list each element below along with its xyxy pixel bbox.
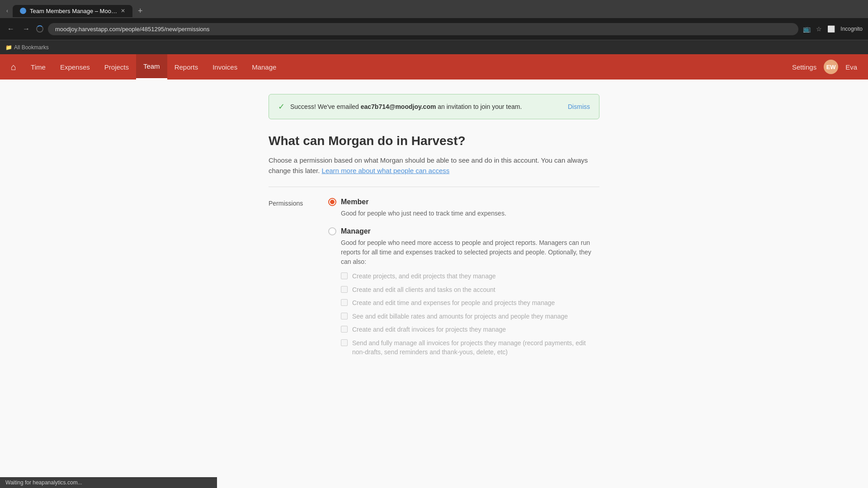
success-email: eac7b714@moodjoy.com <box>361 103 436 110</box>
home-icon[interactable]: ⌂ <box>11 62 16 72</box>
all-bookmarks-label: All Bookmarks <box>14 44 49 51</box>
divider <box>269 187 599 187</box>
checkbox-draft-invoices[interactable] <box>341 326 348 333</box>
incognito-label: Incognito <box>840 26 863 32</box>
back-button[interactable]: ← <box>5 23 16 35</box>
success-suffix: an invitation to join your team. <box>436 103 522 110</box>
tab-close-button[interactable]: ✕ <box>121 8 125 14</box>
manager-description: Good for people who need more access to … <box>341 238 599 267</box>
new-tab-button[interactable]: + <box>134 5 146 18</box>
manager-header: Manager <box>328 227 599 235</box>
checkbox-billable-rates[interactable] <box>341 313 348 319</box>
nav-right: Settings EW Eva <box>792 60 857 74</box>
checkbox-label-2: Create and edit all clients and tasks on… <box>352 286 495 295</box>
success-message: Success! We've emailed eac7b714@moodjoy.… <box>290 103 562 110</box>
nav-projects[interactable]: Projects <box>97 54 136 80</box>
manager-checkboxes: Create projects, and edit projects that … <box>341 272 599 357</box>
checkbox-label-3: Create and edit time and expenses for pe… <box>352 299 555 308</box>
profile-icon[interactable]: ⬜ <box>827 25 835 33</box>
member-radio[interactable] <box>328 198 336 206</box>
nav-reports[interactable]: Reports <box>167 54 206 80</box>
page-heading: What can Morgan do in Harvest? <box>269 134 599 148</box>
tab-arrow-left[interactable]: ‹ <box>4 6 11 16</box>
nav-team[interactable]: Team <box>136 54 167 80</box>
learn-more-link[interactable]: Learn more about what people can access <box>322 167 450 174</box>
page-description: Choose a permission based on what Morgan… <box>269 155 599 176</box>
checkbox-item-4: See and edit billable rates and amounts … <box>341 312 599 321</box>
bookmark-icon[interactable]: ☆ <box>816 25 822 33</box>
checkbox-label-5: Create and edit draft invoices for proje… <box>352 325 506 334</box>
checkbox-label-1: Create projects, and edit projects that … <box>352 272 496 281</box>
address-bar-icons: 📺 ☆ ⬜ Incognito <box>803 25 863 33</box>
manager-radio[interactable] <box>328 227 336 235</box>
avatar[interactable]: EW <box>824 60 838 74</box>
checkbox-create-projects[interactable] <box>341 272 348 279</box>
main-content: ✓ Success! We've emailed eac7b714@moodjo… <box>258 80 610 380</box>
dismiss-button[interactable]: Dismiss <box>568 103 590 110</box>
checkbox-item-1: Create projects, and edit projects that … <box>341 272 599 281</box>
success-banner: ✓ Success! We've emailed eac7b714@moodjo… <box>269 94 599 119</box>
checkbox-item-6: Send and fully manage all invoices for p… <box>341 339 599 357</box>
manager-label: Manager <box>341 227 371 235</box>
nav-manage[interactable]: Manage <box>245 54 283 80</box>
active-tab[interactable]: Team Members Manage – Moo… ✕ <box>13 5 132 17</box>
address-bar[interactable] <box>48 23 798 35</box>
settings-link[interactable]: Settings <box>792 63 816 71</box>
username-label[interactable]: Eva <box>845 63 857 71</box>
member-option: Member Good for people who just need to … <box>328 198 599 218</box>
nav-expenses[interactable]: Expenses <box>53 54 97 80</box>
member-header: Member <box>328 198 599 206</box>
checkbox-edit-clients[interactable] <box>341 286 348 293</box>
checkbox-create-time[interactable] <box>341 299 348 306</box>
nav-links: Time Expenses Projects Team Reports Invo… <box>24 54 792 80</box>
checkbox-label-4: See and edit billable rates and amounts … <box>352 312 568 321</box>
permissions-section: Permissions Member Good for people who j… <box>269 198 599 366</box>
loading-spinner <box>36 25 43 33</box>
tab-title: Team Members Manage – Moo… <box>30 8 117 14</box>
cast-icon[interactable]: 📺 <box>803 25 811 33</box>
tab-favicon <box>20 8 26 14</box>
checkbox-item-5: Create and edit draft invoices for proje… <box>341 325 599 334</box>
checkbox-item-2: Create and edit all clients and tasks on… <box>341 286 599 295</box>
bookmarks-folder-icon[interactable]: 📁 All Bookmarks <box>5 44 49 51</box>
checkbox-item-3: Create and edit time and expenses for pe… <box>341 299 599 308</box>
permissions-label: Permissions <box>269 198 314 366</box>
member-description: Good for people who just need to track t… <box>341 209 599 218</box>
member-label: Member <box>341 198 368 206</box>
success-prefix: Success! We've emailed <box>290 103 361 110</box>
forward-button[interactable]: → <box>21 23 32 35</box>
nav-time[interactable]: Time <box>24 54 53 80</box>
checkbox-label-6: Send and fully manage all invoices for p… <box>352 339 599 357</box>
nav-invoices[interactable]: Invoices <box>205 54 245 80</box>
manager-option: Manager Good for people who need more ac… <box>328 227 599 357</box>
app-navigation: ⌂ Time Expenses Projects Team Reports In… <box>0 54 868 80</box>
checkbox-manage-invoices[interactable] <box>341 339 348 346</box>
folder-icon: 📁 <box>5 44 12 51</box>
permissions-options: Member Good for people who just need to … <box>328 198 599 366</box>
success-icon: ✓ <box>278 102 285 112</box>
